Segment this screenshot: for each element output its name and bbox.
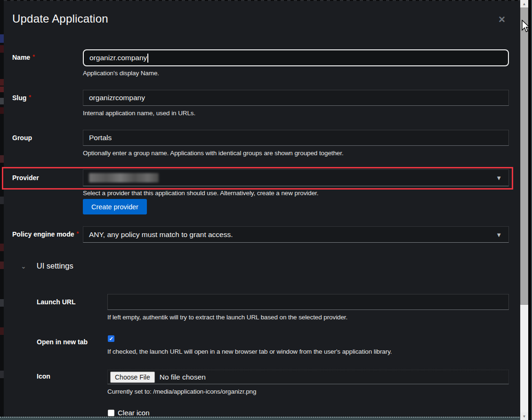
- ui-settings-section-toggle[interactable]: ⌄ UI settings: [21, 262, 73, 270]
- choose-file-button[interactable]: Choose File: [110, 372, 155, 383]
- clear-icon-row: Clear icon: [108, 409, 150, 417]
- open-in-new-tab-checkbox[interactable]: ✓: [108, 335, 114, 342]
- required-asterisk: *: [32, 54, 35, 60]
- open-in-new-tab-help: If checked, the launch URL will open in …: [107, 348, 392, 355]
- group-help: Optionally enter a group name. Applicati…: [83, 150, 344, 157]
- policy-engine-mode-select[interactable]: ANY, any policy must match to grant acce…: [83, 226, 509, 243]
- chevron-down-icon: ⌄: [21, 262, 26, 270]
- clear-icon-checkbox[interactable]: [108, 410, 114, 416]
- update-application-dialog: Update Application ✕ Name* organizr.comp…: [0, 0, 532, 420]
- scroll-down-button[interactable]: ▼: [520, 412, 528, 420]
- modal-update-application: Update Application ✕ Name* organizr.comp…: [4, 1, 520, 417]
- provider-redacted-value: [89, 173, 159, 182]
- icon-label: Icon: [37, 372, 105, 380]
- slug-help: Internal application name, used in URLs.: [83, 110, 195, 117]
- create-provider-button[interactable]: Create provider: [83, 199, 147, 214]
- slug-label: Slug*: [12, 94, 83, 102]
- icon-file-input[interactable]: Choose File No file chosen: [107, 370, 509, 384]
- provider-help: Select a provider that this application …: [83, 190, 318, 197]
- icon-current-help: Currently set to: /media/application-ico…: [107, 388, 256, 395]
- name-label: Name*: [12, 54, 83, 61]
- launch-url-help: If left empty, authentik will try to ext…: [107, 314, 347, 321]
- required-asterisk: *: [29, 94, 31, 101]
- required-asterisk: *: [76, 230, 79, 237]
- name-field[interactable]: organizr.company: [83, 49, 509, 66]
- clear-icon-label: Clear icon: [118, 409, 150, 417]
- scroll-up-button[interactable]: ▲: [520, 0, 528, 8]
- text-cursor: [147, 54, 148, 63]
- group-field[interactable]: Portals: [83, 130, 509, 146]
- background-bottom-bar: [0, 417, 521, 420]
- close-icon[interactable]: ✕: [498, 14, 506, 25]
- policy-engine-mode-label: Policy engine mode*: [12, 230, 83, 238]
- scrollbar-thumb[interactable]: [520, 8, 528, 305]
- provider-select[interactable]: ▼: [83, 169, 509, 186]
- background-left-strip: [0, 0, 4, 420]
- caret-down-icon: ▼: [496, 175, 502, 181]
- name-help: Application's display Name.: [83, 70, 159, 77]
- group-label: Group: [12, 134, 83, 142]
- launch-url-field[interactable]: [107, 294, 509, 310]
- slug-field[interactable]: organizrcompany: [83, 90, 509, 106]
- vertical-scrollbar[interactable]: ▲ ▼: [520, 0, 528, 420]
- check-icon: ✓: [109, 336, 113, 341]
- caret-down-icon: ▼: [496, 231, 502, 238]
- launch-url-label: Launch URL: [37, 298, 105, 306]
- provider-label: Provider: [12, 174, 83, 182]
- page-title: Update Application: [12, 12, 108, 25]
- open-in-new-tab-label: Open in new tab: [37, 338, 105, 346]
- ui-settings-title: UI settings: [37, 262, 73, 270]
- file-status-text: No file chosen: [160, 373, 206, 381]
